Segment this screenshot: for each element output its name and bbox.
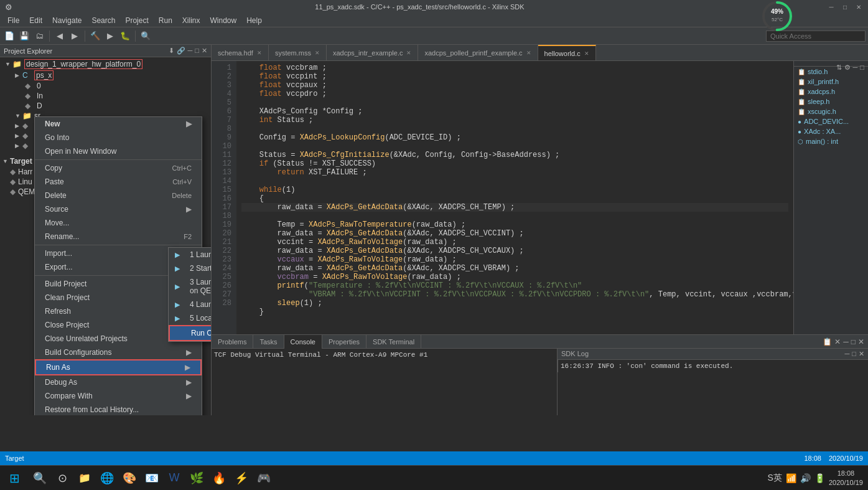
code-content[interactable]: float vccbram ; float vccpint ; float vc… [236,61,793,334]
taskbar-mail[interactable]: 📧 [141,467,163,489]
taskbar-app1[interactable]: 🌿 [185,467,208,489]
tab-helloworld[interactable]: helloworld.c ✕ [538,45,596,61]
start-button[interactable]: ⊞ [0,466,29,491]
cm-compare-with[interactable]: Compare With ▶ [35,389,202,403]
outline-sleep[interactable]: 📋 sleep.h [794,97,868,106]
cm-source[interactable]: Source ▶ [35,202,202,216]
tb-new[interactable]: 📄 [2,29,16,43]
outline-minimize[interactable]: ─ [853,64,858,72]
tree-item-ps-x1[interactable]: ▶ C ps_x [0,70,211,81]
menu-help[interactable]: Help [241,15,267,26]
taskbar-task-view[interactable]: ⊙ [51,467,73,489]
outline-adc-device[interactable]: ● ADC_DEVIC... [794,116,868,126]
menu-navigate[interactable]: Navigate [47,15,86,26]
sdk-log-maximize[interactable]: □ [852,350,856,358]
tb-build[interactable]: 🔨 [88,29,102,43]
console-minimize[interactable]: ─ [843,337,849,346]
cm-rename[interactable]: Rename... F2 [35,230,202,243]
tree-item-in[interactable]: ◆ In [0,91,211,101]
tab-system-mss[interactable]: system.mss ✕ [269,45,327,61]
close-button[interactable]: ✕ [854,2,863,11]
taskbar-search[interactable]: 🔍 [29,467,51,489]
tray-network[interactable]: 📶 [786,473,796,483]
maximize-button[interactable]: □ [841,2,849,11]
pe-maximize[interactable]: □ [195,47,199,55]
tab-properties[interactable]: Properties [322,335,366,349]
tab-close[interactable]: ✕ [406,50,411,56]
tb-save-all[interactable]: 🗂 [32,29,46,43]
console-close[interactable]: ✕ [858,337,864,346]
cm-build-configs[interactable]: Build Configurations ▶ [35,346,202,359]
tab-sdk-terminal[interactable]: SDK Terminal [366,335,421,349]
tray-battery[interactable]: 🔋 [814,473,825,483]
tb-next[interactable]: ▶ [68,29,82,43]
tray-volume[interactable]: 🔊 [800,473,811,483]
pe-collapse[interactable]: ⬇ [169,47,174,55]
pe-minimize[interactable]: ─ [188,47,193,55]
menu-search[interactable]: Search [86,15,120,26]
taskbar-explorer[interactable]: 📁 [73,467,96,489]
sdk-log-minimize[interactable]: ─ [845,350,850,358]
cm-paste[interactable]: Paste Ctrl+V [35,175,202,189]
menu-project[interactable]: Project [120,15,153,26]
outline-stdio[interactable]: 📋 stdio.h [794,67,836,77]
tree-item-d[interactable]: ◆ D [0,101,211,111]
outline-gear[interactable]: ⚙ [844,64,851,72]
tab-xadcps-intr[interactable]: xadcps_intr_example.c ✕ [327,45,419,61]
tab-close[interactable]: ✕ [257,50,262,56]
tab-xadcps-polled[interactable]: xadcps_polled_printf_example.c ✕ [418,45,538,61]
tab-tasks[interactable]: Tasks [253,335,284,349]
cm-new[interactable]: New ▶ [35,117,202,131]
tray-keyboard[interactable]: S英 [768,473,782,484]
tab-close[interactable]: ✕ [584,50,589,57]
cm-go-into[interactable]: Go Into [35,131,202,144]
sm-launch-gdb[interactable]: ▶ 4 Launch on Hardware (GDB) [169,298,212,311]
sdk-log-close[interactable]: ✕ [859,350,864,358]
sm-start-perf[interactable]: ▶ 2 Start Performance Analysis [169,261,212,275]
cm-restore-history[interactable]: Restore from Local History... [35,403,202,415]
menu-edit[interactable]: Edit [24,15,47,26]
pe-close[interactable]: ✕ [202,47,207,55]
tab-problems[interactable]: Problems [212,335,253,349]
pe-link[interactable]: 🔗 [177,47,185,55]
taskbar-word[interactable]: W [163,467,185,489]
cm-debug-as[interactable]: Debug As ▶ [35,375,202,389]
tb-save[interactable]: 💾 [17,29,31,43]
cm-run-as[interactable]: Run As ▶ [35,359,202,375]
cm-copy[interactable]: Copy Ctrl+C [35,161,202,175]
outline-xadc[interactable]: ● XAdc : XA... [794,126,868,136]
taskbar-app4[interactable]: 🎮 [253,467,275,489]
cm-open-window[interactable]: Open in New Window [35,144,202,158]
menu-window[interactable]: Window [205,15,242,26]
cm-move[interactable]: Move... [35,216,202,230]
outline-xil-printf[interactable]: 📋 xil_printf.h [794,77,868,87]
console-toolbar-btn[interactable]: 📋 [823,337,832,346]
sm-run-configs[interactable]: Run Configurations... [169,325,212,341]
tb-run[interactable]: ▶ [103,29,117,43]
menu-run[interactable]: Run [154,15,177,26]
tree-item-design-wrapper[interactable]: ▼ 📁 design_1_wrapper_hw_platform_0 [0,59,211,70]
menu-xilinx[interactable]: Xilinx [177,15,205,26]
tb-debug[interactable]: 🐛 [118,29,132,43]
tb-prev[interactable]: ◀ [53,29,67,43]
sm-launch-qemu[interactable]: ▶ 3 Launch on Hardware (System Debugger … [169,275,212,298]
taskbar-app2[interactable]: 🔥 [208,467,230,489]
outline-sort[interactable]: ⇅ [836,64,842,72]
tree-item-ps-x2[interactable]: ◆ 0 [0,81,211,91]
tab-schema[interactable]: schema.hdf ✕ [212,45,269,61]
taskbar-paint[interactable]: 🎨 [118,467,141,489]
tab-close[interactable]: ✕ [315,50,320,56]
tab-console[interactable]: Console [284,335,322,349]
console-maximize[interactable]: □ [851,337,856,346]
sm-launch-hw[interactable]: ▶ 1 Launch on Hardware (System Debugger) [169,248,212,261]
menu-file[interactable]: File [2,15,24,26]
outline-maximize[interactable]: □ [860,64,864,72]
taskbar-app3[interactable]: ⚡ [230,467,253,489]
outline-xscugic[interactable]: 📋 xscugic.h [794,106,868,116]
taskbar-chrome[interactable]: 🌐 [96,467,118,489]
console-clear[interactable]: ✕ [834,337,841,346]
outline-main[interactable]: ⬡ main() : int [794,136,868,146]
tb-search[interactable]: 🔍 [139,29,152,43]
tab-close[interactable]: ✕ [526,50,531,56]
sm-local-cpp[interactable]: ▶ 5 Local C/C++ Application [169,311,212,325]
